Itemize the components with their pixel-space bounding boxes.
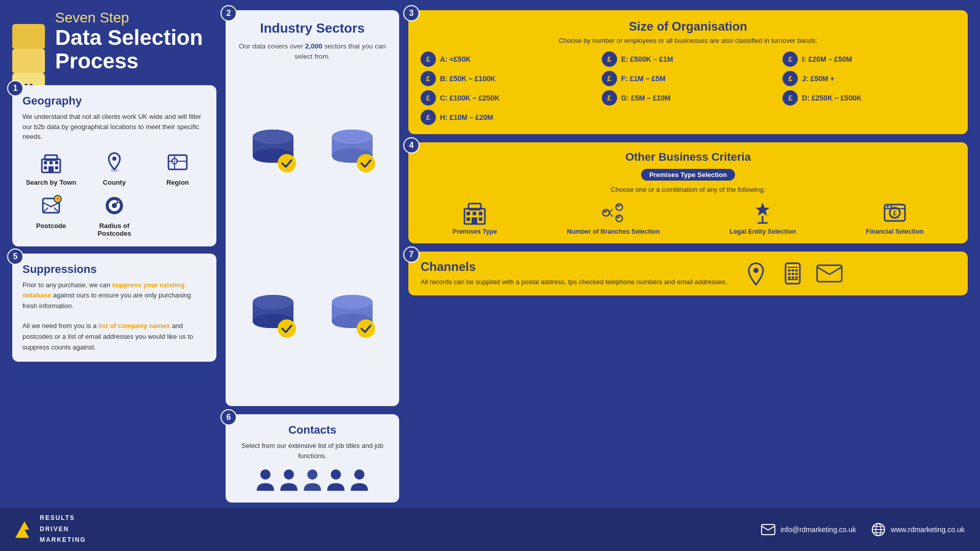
email-icon	[761, 522, 775, 537]
step4-panel: 4 Other Business Criteria Premises Type …	[408, 142, 968, 243]
geo-label-postcode: Postcode	[36, 222, 66, 230]
svg-rect-73	[788, 269, 791, 271]
footer-logo-line1: RESULTS	[40, 513, 86, 524]
svg-point-29	[253, 130, 293, 144]
svg-point-68	[890, 206, 892, 208]
size-label-g: G: £5M – £10M	[621, 94, 671, 102]
radius-icon	[101, 192, 128, 219]
postcode-icon: 📍	[38, 192, 64, 219]
svg-point-44	[284, 469, 294, 480]
step5-panel: 5 Suppressions Prior to any purchase, we…	[12, 254, 216, 362]
criteria-financial-label: Financial Selection	[866, 228, 923, 235]
geography-grid: Search by Town County	[22, 149, 206, 237]
svg-point-46	[331, 469, 341, 480]
step4-choose: Choose one or a combination of any of th…	[611, 186, 766, 193]
size-label-h: H: £10M – £20M	[440, 113, 493, 121]
pound-icon-d: £	[782, 90, 798, 106]
svg-point-38	[278, 319, 296, 338]
size-item-g: £ G: £5M – £10M	[602, 90, 775, 106]
step4-title: Other Business Criteria	[625, 151, 751, 164]
sector-count: 2,000	[305, 42, 323, 50]
svg-line-59	[609, 209, 612, 213]
geo-item-radius: Radius of Postcodes	[86, 192, 143, 237]
svg-text:📍: 📍	[55, 197, 60, 202]
size-item-b: £ B: £50K – £100K	[421, 71, 594, 86]
geo-item-county: County	[86, 149, 143, 186]
step6-badge: 6	[220, 409, 237, 425]
geo-label-county: County	[103, 179, 126, 186]
step1-title: Geography	[22, 94, 206, 108]
svg-point-47	[354, 469, 364, 480]
step7-title: Channels	[421, 260, 727, 274]
criteria-branches-label: Number of Branches Selection	[567, 228, 660, 235]
criteria-premises: Premises Type	[452, 201, 497, 235]
step2-description: Our data covers over 2,000 sectors that …	[236, 41, 389, 62]
step5-badge: 5	[7, 248, 23, 265]
svg-rect-76	[788, 273, 791, 275]
step6-title: Contacts	[236, 423, 389, 437]
db-icon-2	[315, 128, 389, 173]
step3-badge: 3	[403, 5, 420, 21]
criteria-branches: Number of Branches Selection	[567, 201, 660, 235]
footer-logo: RESULTS DRIVEN MARKETING	[15, 513, 86, 546]
header-title: Data Selection Process	[55, 26, 216, 73]
step3-panel: 3 Size of Organisation Choose by number …	[408, 10, 968, 134]
footer-logo-line3: MARKETING	[40, 535, 86, 546]
svg-rect-78	[795, 273, 798, 275]
size-item-c: £ C: £100K – £250K	[421, 90, 594, 106]
db-icon-4	[315, 293, 389, 339]
svg-rect-82	[817, 265, 841, 282]
map-region-icon	[164, 149, 191, 176]
step1-description: We understand that not all clients work …	[22, 112, 206, 142]
svg-rect-4	[44, 166, 47, 169]
people-icons	[236, 468, 389, 493]
criteria-financial: £ Financial Selection	[866, 201, 923, 235]
footer-right: info@rdmarketing.co.uk www.rdmarketing.c…	[761, 522, 965, 537]
svg-point-45	[307, 469, 317, 480]
step2-panel: 2 Industry Sectors Our data covers over …	[226, 10, 399, 406]
footer-logo-line2: DRIVEN	[40, 524, 86, 535]
svg-rect-74	[792, 269, 794, 271]
step7-description: All records can be supplied with a posta…	[421, 277, 727, 287]
svg-rect-81	[795, 277, 798, 279]
footer: RESULTS DRIVEN MARKETING info@rdmarketin…	[0, 508, 980, 551]
size-item-f: £ F: £1M – £5M	[602, 71, 775, 86]
db-icon-1	[236, 128, 310, 173]
person-icon-3-highlighted	[303, 468, 322, 493]
svg-text:£: £	[893, 209, 897, 217]
step5-desc2: All we need from you is a list of compan…	[22, 321, 206, 353]
footer-email: info@rdmarketing.co.uk	[780, 525, 856, 534]
svg-rect-6	[48, 166, 54, 172]
step7-panel: 7 Channels All records can be supplied w…	[408, 252, 968, 295]
svg-rect-51	[479, 212, 482, 215]
criteria-legal-label: Legal Entity Selection	[730, 228, 796, 235]
geo-label-town: Search by Town	[26, 179, 77, 186]
step7-badge: 7	[403, 246, 420, 263]
size-item-a: £ A: <£50K	[421, 52, 594, 67]
premises-building-icon	[462, 201, 487, 225]
svg-point-43	[260, 469, 271, 480]
size-label-i: I: £20M – £50M	[802, 55, 852, 63]
person-icon-1	[256, 468, 275, 493]
database-icons	[236, 70, 389, 396]
size-label-a: A: <£50K	[440, 55, 471, 63]
person-icon-2	[279, 468, 299, 493]
size-label-b: B: £50K – £100K	[440, 74, 496, 83]
email-channel-icon	[816, 260, 843, 287]
size-label-d: D: £250K – £500K	[802, 94, 862, 102]
pound-icon-i: £	[782, 52, 798, 67]
step6-description: Select from our extensive list of job ti…	[236, 441, 389, 461]
svg-rect-49	[467, 212, 470, 215]
svg-rect-5	[55, 166, 58, 169]
svg-rect-50	[473, 212, 476, 215]
pound-icon-c: £	[421, 90, 436, 106]
size-item-h: £ H: £10M – £20M	[421, 110, 594, 125]
folder-icon	[12, 24, 45, 60]
svg-rect-54	[472, 217, 477, 224]
svg-point-69	[753, 268, 758, 273]
svg-rect-77	[792, 273, 794, 275]
step3-title: Size of Organisation	[421, 19, 955, 34]
step5-desc1: Prior to any purchase, we can suppress y…	[22, 280, 206, 312]
step4-badge: 4	[403, 137, 420, 154]
size-grid: £ A: <£50K £ E: £500K – £1M £ I: £20M – …	[421, 52, 955, 125]
